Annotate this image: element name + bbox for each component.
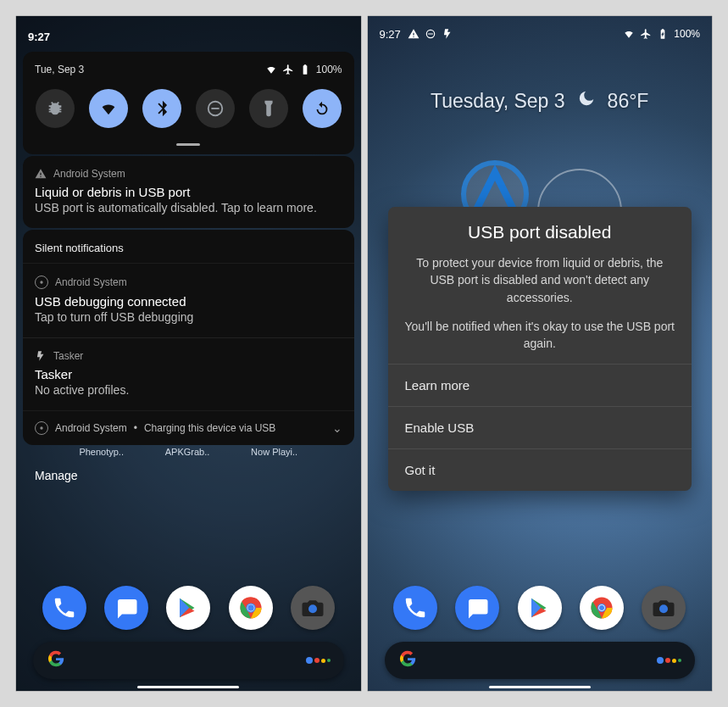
- app-camera[interactable]: [291, 586, 335, 630]
- app-play-store[interactable]: [166, 586, 210, 630]
- app-phone[interactable]: [393, 586, 437, 630]
- svg-rect-1: [211, 108, 219, 109]
- qs-header: Tue, Sep 3 100%: [23, 52, 354, 81]
- svg-point-8: [308, 604, 317, 613]
- at-a-glance-widget[interactable]: Tuesday, Sep 3 86°F: [368, 89, 713, 113]
- notification-usb-debugging[interactable]: Android System USB debugging connected T…: [23, 264, 354, 337]
- phone-left-notification-shade: 9:27 Tue, Sep 3 100%: [15, 15, 362, 692]
- svg-point-14: [659, 604, 668, 613]
- home-widget-labels: Phenotyp.. APKGrab.. Now Playi..: [16, 447, 361, 457]
- assistant-icon[interactable]: [306, 657, 331, 664]
- gesture-nav-bar[interactable]: [137, 686, 239, 688]
- moon-icon: [577, 89, 596, 113]
- home-label: Now Playi..: [251, 447, 297, 457]
- qs-tile-flashlight[interactable]: [249, 89, 288, 128]
- status-time: 9:27: [28, 31, 50, 43]
- qs-tile-wifi[interactable]: [89, 89, 128, 128]
- dialog-got-it-button[interactable]: Got it: [388, 448, 692, 491]
- assistant-icon[interactable]: [657, 657, 681, 664]
- dialog-body-2: You'll be notified when it's okay to use…: [388, 318, 692, 353]
- notification-charging-collapsed[interactable]: Android System • Charging this device vi…: [23, 410, 354, 445]
- notification-usb-liquid[interactable]: Android System Liquid or debris in USB p…: [23, 156, 354, 228]
- bolt-icon: [35, 350, 47, 362]
- notif-body: Tap to turn off USB debugging: [35, 310, 342, 324]
- qs-date: Tue, Sep 3: [35, 64, 84, 75]
- notif-title: Liquid or debris in USB port: [35, 185, 342, 199]
- battery-icon: [299, 64, 311, 75]
- gesture-nav-bar[interactable]: [489, 686, 591, 688]
- bullet: •: [134, 422, 137, 434]
- favorites-dock: [16, 586, 361, 630]
- charging-text: Charging this device via USB: [144, 422, 275, 434]
- google-logo-icon: [398, 649, 417, 671]
- app-chrome[interactable]: [580, 586, 624, 630]
- notif-app: Android System: [53, 168, 125, 180]
- svg-point-13: [599, 605, 604, 610]
- airplane-icon: [640, 28, 652, 40]
- status-bar: 9:27: [16, 16, 361, 50]
- warning-icon: [35, 168, 47, 180]
- date-text: Tuesday, Sep 3: [431, 90, 565, 113]
- favorites-dock: [368, 586, 713, 630]
- dialog-body-1: To protect your device from liquid or de…: [388, 254, 692, 306]
- usb-disabled-dialog: USB port disabled To protect your device…: [388, 207, 692, 491]
- qs-expand-handle[interactable]: [176, 143, 200, 146]
- home-label: APKGrab..: [165, 447, 210, 457]
- status-battery-pct: 100%: [674, 28, 700, 40]
- dnd-status-icon: [425, 28, 436, 40]
- qs-tile-bluetooth[interactable]: [142, 89, 181, 128]
- app-chrome[interactable]: [229, 586, 273, 630]
- quick-settings-panel: Tue, Sep 3 100%: [23, 52, 354, 154]
- home-label: Phenotyp..: [79, 447, 124, 457]
- app-messages[interactable]: [104, 586, 148, 630]
- airplane-icon: [282, 64, 294, 75]
- app-phone[interactable]: [42, 586, 86, 630]
- dialog-title: USB port disabled: [388, 222, 692, 242]
- svg-point-7: [247, 604, 254, 611]
- qs-tile-dnd[interactable]: [196, 89, 235, 128]
- status-time: 9:27: [380, 28, 401, 41]
- wifi-icon: [265, 64, 277, 75]
- google-logo-icon: [47, 649, 65, 671]
- notif-app: Tasker: [53, 350, 83, 362]
- wifi-icon: [623, 28, 635, 40]
- charging-bolt-icon: [442, 28, 453, 40]
- app-camera[interactable]: [642, 586, 686, 630]
- qs-battery-pct: 100%: [316, 64, 342, 75]
- chevron-down-icon[interactable]: ⌄: [332, 421, 342, 435]
- system-icon: [35, 276, 48, 289]
- dialog-enable-usb-button[interactable]: Enable USB: [388, 406, 692, 448]
- notif-title: Tasker: [35, 367, 342, 381]
- notif-title: USB debugging connected: [35, 294, 342, 309]
- temperature: 86°F: [608, 90, 649, 113]
- manage-notifications-button[interactable]: Manage: [16, 457, 361, 491]
- svg-point-3: [40, 426, 42, 429]
- dialog-learn-more-button[interactable]: Learn more: [388, 364, 692, 406]
- notif-app: Android System: [55, 276, 127, 288]
- qs-tile-bug[interactable]: [36, 89, 75, 128]
- app-play-store[interactable]: [518, 586, 562, 630]
- system-icon: [35, 421, 48, 435]
- notif-body: USB port is automatically disabled. Tap …: [35, 201, 342, 214]
- silent-header: Silent notifications: [23, 230, 354, 264]
- qs-tiles-row: [23, 81, 354, 143]
- phone-right-dialog: 9:27 100% Tuesday, Sep 3 86°F: [367, 15, 714, 692]
- qs-tile-rotate[interactable]: [303, 89, 342, 128]
- silent-notifications-group: Silent notifications Android System USB …: [23, 230, 354, 445]
- qs-status-icons: 100%: [265, 64, 342, 75]
- warning-status-icon: [408, 28, 420, 40]
- battery-icon: [657, 28, 669, 40]
- charging-app: Android System: [55, 422, 127, 434]
- app-messages[interactable]: [455, 586, 499, 630]
- google-search-bar[interactable]: [33, 642, 344, 679]
- svg-point-2: [40, 281, 42, 283]
- notif-body: No active profiles.: [35, 383, 342, 397]
- google-search-bar[interactable]: [385, 642, 696, 679]
- notification-tasker[interactable]: Tasker Tasker No active profiles.: [23, 337, 354, 410]
- status-bar: 9:27 100%: [368, 16, 713, 47]
